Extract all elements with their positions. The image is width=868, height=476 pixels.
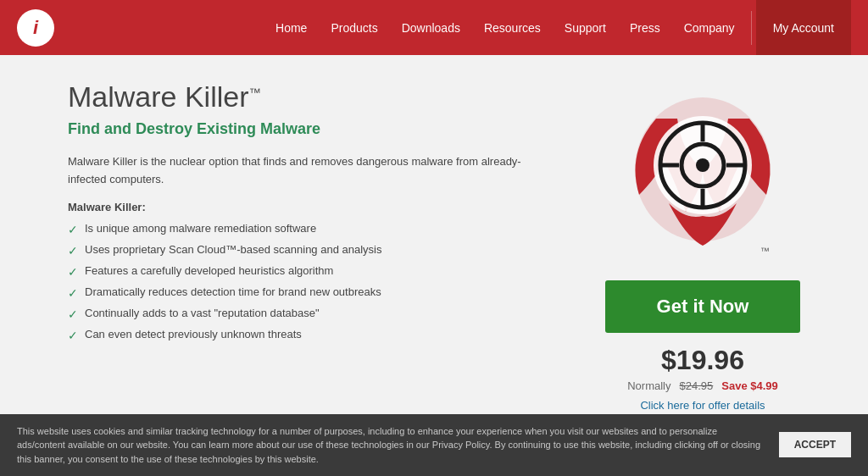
list-item: ✓ Is unique among malware remediation so… bbox=[68, 222, 554, 236]
price-section: $19.96 Normally $24.95 Save $4.99 Click … bbox=[627, 345, 778, 412]
list-item: ✓ Features a carefully developed heurist… bbox=[68, 264, 554, 279]
cookie-banner: This website uses cookies and similar tr… bbox=[0, 414, 868, 477]
feature-text: Features a carefully developed heuristic… bbox=[85, 264, 333, 277]
nav-resources[interactable]: Resources bbox=[472, 21, 553, 35]
feature-text: Uses proprietary Scan Cloud™-based scann… bbox=[85, 243, 381, 256]
cookie-text: This website uses cookies and similar tr… bbox=[17, 424, 762, 467]
logo-area: i bbox=[17, 9, 54, 47]
feature-text: Dramatically reduces detection time for … bbox=[85, 285, 381, 298]
trademark-symbol: ™ bbox=[249, 86, 261, 99]
nav-home[interactable]: Home bbox=[264, 21, 319, 35]
product-logo-image: ™ bbox=[609, 80, 796, 267]
nav-divider bbox=[751, 11, 752, 45]
features-heading: Malware Killer: bbox=[68, 201, 554, 213]
feature-text: Is unique among malware remediation soft… bbox=[85, 222, 316, 235]
price-save: Save $4.99 bbox=[721, 379, 778, 392]
product-subtitle: Find and Destroy Existing Malware bbox=[68, 120, 554, 138]
feature-text: Can even detect previously unknown threa… bbox=[85, 328, 302, 340]
list-item: ✓ Dramatically reduces detection time fo… bbox=[68, 285, 554, 300]
list-item: ✓ Uses proprietary Scan Cloud™-based sca… bbox=[68, 243, 554, 257]
check-icon: ✓ bbox=[68, 244, 78, 257]
offer-details-link[interactable]: Click here for offer details bbox=[640, 399, 765, 412]
my-account-button[interactable]: My Account bbox=[756, 0, 851, 55]
feature-text: Continually adds to a vast "reputation d… bbox=[85, 307, 320, 319]
get-it-now-button[interactable]: Get it Now bbox=[605, 280, 800, 333]
svg-point-4 bbox=[696, 158, 709, 172]
list-item: ✓ Continually adds to a vast "reputation… bbox=[68, 307, 554, 321]
nav-products[interactable]: Products bbox=[319, 21, 389, 35]
check-icon: ✓ bbox=[68, 307, 78, 321]
nav-press[interactable]: Press bbox=[618, 21, 672, 35]
svg-text:™: ™ bbox=[760, 246, 770, 256]
price-original: $24.95 bbox=[680, 379, 714, 392]
main-content: Malware Killer™ Find and Destroy Existin… bbox=[0, 55, 868, 429]
check-icon: ✓ bbox=[68, 329, 78, 342]
left-panel: Malware Killer™ Find and Destroy Existin… bbox=[68, 80, 588, 412]
price-main: $19.96 bbox=[627, 345, 778, 376]
right-panel: ™ Get it Now $19.96 Normally $24.95 Save… bbox=[588, 80, 817, 412]
check-icon: ✓ bbox=[68, 265, 78, 279]
nav-downloads[interactable]: Downloads bbox=[390, 21, 472, 35]
price-normally-label: Normally bbox=[627, 379, 670, 392]
check-icon: ✓ bbox=[68, 286, 78, 300]
nav-company[interactable]: Company bbox=[672, 21, 747, 35]
header: i Home Products Downloads Resources Supp… bbox=[0, 0, 868, 55]
product-description: Malware Killer is the nuclear option tha… bbox=[68, 153, 554, 189]
product-title: Malware Killer™ bbox=[68, 80, 554, 113]
price-row: Normally $24.95 Save $4.99 bbox=[627, 379, 778, 392]
list-item: ✓ Can even detect previously unknown thr… bbox=[68, 328, 554, 342]
accept-cookies-button[interactable]: ACCEPT bbox=[779, 432, 851, 457]
features-list: ✓ Is unique among malware remediation so… bbox=[68, 222, 554, 342]
logo-icon[interactable]: i bbox=[17, 9, 54, 47]
check-icon: ✓ bbox=[68, 223, 78, 236]
nav-support[interactable]: Support bbox=[553, 21, 618, 35]
main-nav: Home Products Downloads Resources Suppor… bbox=[264, 21, 747, 35]
